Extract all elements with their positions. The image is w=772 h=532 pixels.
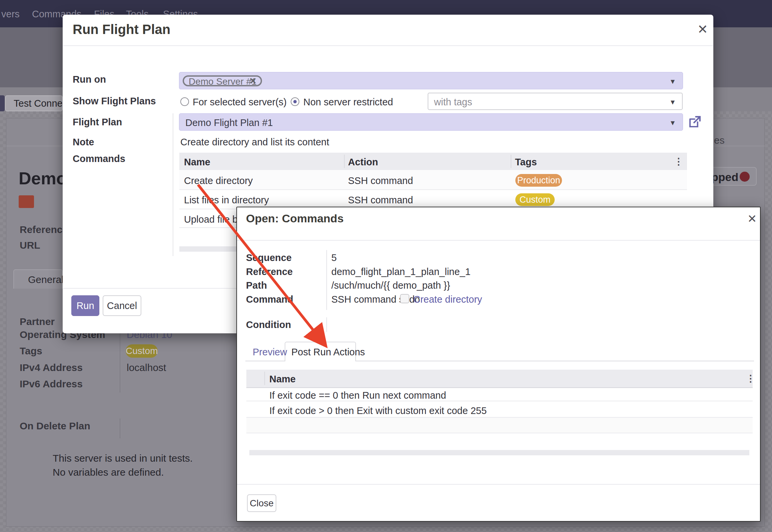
tab-preview[interactable]: Preview (253, 347, 287, 358)
field-label-ipv6: IPv6 Address (20, 378, 83, 390)
column-divider (344, 155, 345, 168)
run-modal-title: Run Flight Plan (73, 22, 170, 37)
tag-pill-custom-bg: Custom (126, 344, 158, 358)
tag-remove-icon[interactable]: ✕ (249, 76, 257, 86)
field-label-tags: Tags (20, 345, 42, 357)
chevron-down-icon[interactable]: ▾ (671, 118, 675, 127)
radio-for-selected-servers-label[interactable]: For selected server(s) (193, 97, 287, 108)
pra-table-header (246, 370, 753, 388)
field-label-ipv4: IPv4 Address (20, 362, 83, 373)
col-header-name[interactable]: Name (269, 374, 296, 385)
chevron-down-icon[interactable]: ▾ (671, 77, 675, 86)
server-tag-label: Demo Server #1 (189, 76, 257, 87)
close-icon[interactable]: ✕ (697, 22, 708, 37)
test-connection-button[interactable]: Test Connec (5, 95, 63, 111)
row-divider (179, 189, 687, 190)
sequence-label: Sequence (246, 252, 292, 263)
row-action: SSH command (348, 175, 413, 186)
close-icon[interactable]: ✕ (747, 212, 757, 225)
reference-label: Reference (246, 266, 293, 277)
modal-header-divider (63, 45, 713, 46)
field-label-url: URL (20, 240, 40, 251)
field-value-ipv4: localhost (127, 362, 166, 373)
column-divider (264, 372, 265, 385)
server-title: Demo (19, 168, 63, 188)
command-link[interactable]: Create directory (413, 294, 482, 305)
commands-label: Commands (73, 153, 125, 164)
col-header-action[interactable]: Action (348, 157, 378, 168)
tag-pill-production: Production (515, 174, 562, 187)
commands-modal-title: Open: Commands (246, 212, 344, 225)
pra-row-name[interactable]: If exit code == 0 then Run next command (269, 390, 446, 401)
radio-non-server-restricted[interactable] (291, 97, 299, 106)
stat-button-fragment[interactable]: es (714, 135, 725, 146)
screen: vers Commands Files Tools Settings Test … (0, 0, 772, 532)
server-color-swatch[interactable] (19, 195, 34, 208)
tab-general-label: General (28, 274, 64, 285)
primary-button-fragment[interactable] (0, 95, 5, 111)
sudo-checkbox[interactable] (400, 294, 409, 303)
nav-item-servers[interactable]: vers (1, 9, 20, 20)
row-action: SSH command (348, 195, 413, 206)
reference-value: demo_flight_plan_1_plan_line_1 (331, 266, 471, 277)
command-label: Command (246, 294, 293, 305)
field-label-partner: Partner (20, 316, 55, 327)
table-options-icon[interactable]: ⋮ (674, 156, 683, 167)
condition-label: Condition (246, 319, 291, 330)
row-divider (246, 433, 753, 433)
form-group-separator (326, 250, 327, 310)
server-note-line1: This server is used in unit tests. (53, 453, 193, 464)
empty-table-row (246, 418, 753, 433)
col-header-tags[interactable]: Tags (515, 157, 537, 168)
run-button[interactable]: Run (71, 295, 99, 316)
path-value: /such/much/{{ demo_path }} (331, 280, 450, 291)
row-name: List files in directory (184, 195, 269, 206)
commands-table-header (179, 153, 687, 171)
status-badge-label: pped (711, 171, 738, 184)
flight-plan-value: Demo Flight Plan #1 (185, 117, 273, 128)
form-group-separator (326, 317, 327, 332)
sequence-value: 5 (331, 252, 337, 263)
note-value: Create directory and list its content (180, 137, 329, 148)
field-separator (120, 418, 120, 438)
radio-non-server-restricted-label[interactable]: Non server restricted (303, 97, 393, 108)
field-separator (120, 331, 120, 393)
col-header-name[interactable]: Name (184, 157, 210, 168)
table-options-icon[interactable]: ⋮ (746, 373, 755, 384)
close-button[interactable]: Close (247, 494, 276, 512)
tab-post-run-actions-label: Post Run Actions (291, 347, 365, 358)
show-flight-plans-label: Show Flight Plans (73, 96, 156, 107)
column-divider (511, 155, 511, 168)
table-row[interactable] (179, 170, 687, 189)
field-label-on-delete-plan: On Delete Plan (20, 420, 90, 432)
note-label: Note (73, 137, 94, 148)
with-tags-placeholder: with tags (434, 97, 472, 108)
radio-for-selected-servers[interactable] (180, 97, 189, 106)
chevron-down-icon[interactable]: ▾ (671, 97, 675, 107)
field-label-reference: Reference (20, 224, 68, 235)
pra-row-name[interactable]: If exit code > 0 then Exit with custom e… (269, 405, 487, 416)
run-on-label: Run on (73, 74, 106, 85)
flight-plan-label: Flight Plan (73, 117, 122, 128)
open-commands-modal (236, 207, 761, 522)
tag-pill-custom: Custom (515, 193, 555, 206)
row-name: Create directory (184, 175, 253, 186)
row-divider (246, 401, 753, 401)
external-link-icon[interactable] (688, 115, 702, 129)
server-note-line2: No variables are defined. (53, 467, 164, 478)
form-group-separator (173, 113, 173, 256)
modal-footer-divider (237, 484, 760, 485)
row-name: Upload file by (184, 214, 243, 225)
modal-header-divider (237, 240, 760, 241)
cancel-button[interactable]: Cancel (103, 295, 141, 316)
status-dot-icon (740, 172, 750, 182)
path-label: Path (246, 280, 267, 291)
horizontal-scrollbar[interactable] (249, 450, 749, 455)
